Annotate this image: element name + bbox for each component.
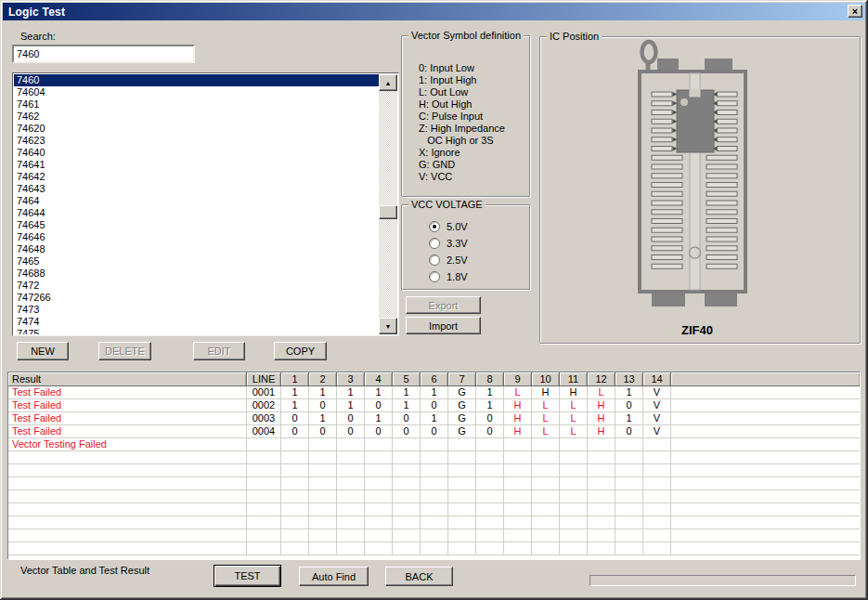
- list-item[interactable]: 74642: [14, 171, 379, 183]
- table-row[interactable]: [8, 503, 860, 516]
- column-header-result[interactable]: Result: [8, 372, 247, 386]
- value-cell: [365, 464, 393, 477]
- list-item[interactable]: 7473: [14, 304, 379, 316]
- value-cell: [337, 516, 365, 529]
- value-cell: 0: [365, 399, 393, 412]
- list-item[interactable]: 74688: [14, 267, 379, 280]
- list-item[interactable]: 74620: [14, 123, 379, 135]
- vcc-option-1.8V[interactable]: 1.8V: [429, 268, 468, 285]
- filler-cell: [671, 425, 860, 438]
- column-header-7[interactable]: 7: [448, 372, 476, 386]
- radio-icon[interactable]: [429, 221, 440, 232]
- value-cell: [476, 503, 504, 516]
- table-row[interactable]: [8, 516, 860, 529]
- listbox-scrollbar[interactable]: ▲ ▼: [379, 74, 397, 334]
- column-header-11[interactable]: 11: [560, 372, 588, 386]
- column-header-14[interactable]: 14: [643, 372, 671, 386]
- value-cell: [476, 451, 504, 464]
- scrollbar-track[interactable]: [379, 91, 397, 318]
- value-cell: 1: [309, 412, 337, 425]
- column-header-2[interactable]: 2: [309, 372, 337, 386]
- column-header-1[interactable]: 1: [281, 372, 309, 386]
- radio-icon[interactable]: [429, 254, 440, 266]
- value-cell: [281, 451, 309, 464]
- pin-slot: [718, 111, 738, 115]
- line-cell: 0002: [247, 399, 281, 412]
- filler-cell: [671, 451, 860, 464]
- column-header-5[interactable]: 5: [393, 372, 421, 386]
- list-item[interactable]: 7474: [14, 316, 379, 328]
- table-row[interactable]: [8, 490, 860, 503]
- radio-icon[interactable]: [429, 238, 440, 249]
- pin-slot: [718, 119, 738, 124]
- value-cell: [615, 464, 643, 477]
- column-header-4[interactable]: 4: [365, 372, 393, 386]
- table-row[interactable]: [8, 464, 860, 477]
- vector-symbol-line: OC High or 3S: [419, 135, 505, 147]
- value-cell: [365, 542, 393, 555]
- list-item[interactable]: 7461: [14, 98, 379, 111]
- close-button[interactable]: ×: [848, 5, 862, 18]
- table-row[interactable]: Test Failed0004000000G0HLLH0V: [8, 425, 860, 438]
- value-cell: 1: [421, 412, 448, 425]
- list-item[interactable]: 74645: [14, 219, 379, 231]
- titlebar[interactable]: Logic Test ×: [3, 3, 865, 20]
- list-item[interactable]: 74604: [14, 86, 379, 98]
- table-row[interactable]: [8, 529, 860, 542]
- list-item[interactable]: 74644: [14, 207, 379, 219]
- value-cell: [532, 464, 560, 477]
- list-item[interactable]: 747266: [14, 292, 379, 304]
- search-input[interactable]: [12, 45, 195, 63]
- list-item[interactable]: 7465: [14, 255, 379, 267]
- scrollbar-up-button[interactable]: ▲: [379, 74, 397, 91]
- value-cell: [643, 516, 671, 529]
- value-cell: 0: [421, 399, 448, 412]
- table-row[interactable]: Vector Testing Failed: [8, 438, 860, 451]
- list-item[interactable]: 74643: [14, 183, 379, 195]
- column-header-6[interactable]: 6: [421, 372, 448, 386]
- column-header-10[interactable]: 10: [532, 372, 560, 386]
- vcc-option-3.3V[interactable]: 3.3V: [429, 235, 468, 252]
- new-button[interactable]: NEW: [17, 342, 69, 360]
- column-header-9[interactable]: 9: [504, 372, 532, 386]
- column-header-8[interactable]: 8: [476, 372, 504, 386]
- table-row[interactable]: [8, 451, 860, 464]
- column-header-3[interactable]: 3: [337, 372, 365, 386]
- delete-button[interactable]: DELETE: [98, 342, 151, 360]
- column-header-13[interactable]: 13: [615, 372, 643, 386]
- result-table[interactable]: ResultLINE1234567891011121314 Test Faile…: [7, 372, 861, 560]
- vcc-option-2.5V[interactable]: 2.5V: [429, 252, 468, 268]
- list-item[interactable]: 7464: [14, 195, 379, 207]
- list-item[interactable]: 7460: [14, 74, 379, 86]
- list-item[interactable]: 7472: [14, 280, 379, 292]
- list-item[interactable]: 74648: [14, 243, 379, 255]
- table-row[interactable]: Test Failed0003010101G0HLLH1V: [8, 412, 860, 425]
- copy-button[interactable]: COPY: [274, 342, 327, 360]
- column-header-line[interactable]: LINE: [247, 372, 281, 386]
- table-row[interactable]: Test Failed0002101010G1HLLH0V: [8, 399, 860, 412]
- list-item[interactable]: 74623: [14, 135, 379, 147]
- auto-find-button[interactable]: Auto Find: [299, 567, 369, 586]
- list-item[interactable]: 74640: [14, 147, 379, 159]
- list-item[interactable]: 7475: [14, 328, 379, 334]
- pin-slot: [706, 255, 737, 260]
- export-button[interactable]: Export: [406, 296, 481, 314]
- scrollbar-thumb[interactable]: [379, 205, 397, 219]
- table-row[interactable]: [8, 477, 860, 490]
- line-cell: [247, 542, 281, 555]
- table-row[interactable]: Test Failed0001111111G1LHHL1V: [8, 386, 860, 399]
- list-item[interactable]: 74646: [14, 231, 379, 243]
- list-item[interactable]: 74641: [14, 159, 379, 171]
- edit-button[interactable]: EDIT: [193, 342, 245, 360]
- scrollbar-down-button[interactable]: ▼: [379, 318, 397, 334]
- column-header-12[interactable]: 12: [588, 372, 615, 386]
- test-button[interactable]: TEST: [214, 565, 281, 587]
- ic-listbox[interactable]: 7460746047461746274620746237464074641746…: [12, 72, 399, 336]
- value-cell: [393, 516, 421, 529]
- import-button[interactable]: Import: [406, 317, 481, 334]
- radio-icon[interactable]: [429, 271, 440, 282]
- list-item[interactable]: 7462: [14, 111, 379, 123]
- back-button[interactable]: BACK: [385, 567, 453, 586]
- vcc-option-5.0V[interactable]: 5.0V: [429, 218, 468, 235]
- table-row[interactable]: [8, 542, 860, 555]
